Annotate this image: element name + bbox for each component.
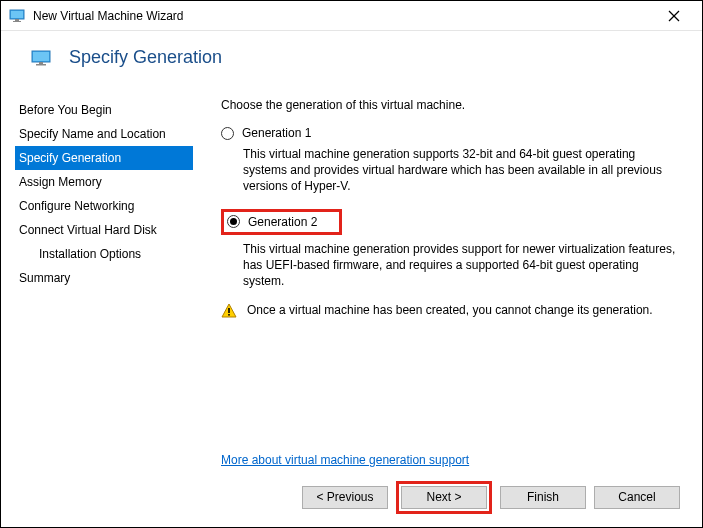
highlight-gen2: Generation 2: [221, 209, 342, 235]
svg-rect-1: [11, 11, 23, 18]
warning-row: Once a virtual machine has been created,…: [221, 303, 678, 319]
close-icon: [668, 10, 680, 22]
sidebar-item-installation-options[interactable]: Installation Options: [15, 242, 193, 266]
header-icon: [31, 50, 51, 66]
content-pane: Choose the generation of this virtual ma…: [193, 88, 688, 477]
sidebar-item-assign-memory[interactable]: Assign Memory: [15, 170, 193, 194]
help-link-area: More about virtual machine generation su…: [221, 453, 469, 467]
radio-generation-2[interactable]: Generation 2: [227, 215, 317, 229]
warning-icon: [221, 303, 237, 319]
svg-rect-2: [15, 19, 19, 21]
cancel-button[interactable]: Cancel: [594, 486, 680, 509]
header: Specify Generation: [1, 31, 702, 88]
warning-text: Once a virtual machine has been created,…: [247, 303, 653, 317]
svg-rect-7: [33, 52, 49, 61]
titlebar: New Virtual Machine Wizard: [1, 1, 702, 31]
close-button[interactable]: [654, 2, 694, 30]
intro-text: Choose the generation of this virtual ma…: [221, 98, 678, 112]
footer: < Previous Next > Finish Cancel: [1, 477, 702, 527]
highlight-next: Next >: [396, 481, 492, 514]
more-about-link[interactable]: More about virtual machine generation su…: [221, 453, 469, 467]
radio-label-gen1: Generation 1: [242, 126, 311, 140]
previous-button[interactable]: < Previous: [302, 486, 388, 509]
sidebar-item-specify-generation[interactable]: Specify Generation: [15, 146, 193, 170]
gen1-description: This virtual machine generation supports…: [243, 146, 678, 195]
page-title: Specify Generation: [69, 47, 222, 68]
next-button[interactable]: Next >: [401, 486, 487, 509]
sidebar-item-connect-vhd[interactable]: Connect Virtual Hard Disk: [15, 218, 193, 242]
sidebar-item-before-you-begin[interactable]: Before You Begin: [15, 98, 193, 122]
app-icon: [9, 8, 25, 24]
svg-rect-12: [228, 314, 230, 316]
wizard-window: New Virtual Machine Wizard Specify Gener…: [0, 0, 703, 528]
radio-label-gen2: Generation 2: [248, 215, 317, 229]
radio-generation-1[interactable]: Generation 1: [221, 126, 678, 140]
sidebar-item-configure-networking[interactable]: Configure Networking: [15, 194, 193, 218]
svg-rect-9: [36, 64, 46, 66]
svg-rect-8: [39, 62, 43, 64]
body: Before You Begin Specify Name and Locati…: [1, 88, 702, 477]
window-title: New Virtual Machine Wizard: [33, 9, 654, 23]
svg-rect-3: [13, 21, 21, 22]
gen2-description: This virtual machine generation provides…: [243, 241, 678, 290]
radio-icon: [221, 127, 234, 140]
sidebar-item-summary[interactable]: Summary: [15, 266, 193, 290]
finish-button[interactable]: Finish: [500, 486, 586, 509]
radio-icon-selected: [227, 215, 240, 228]
sidebar-item-specify-name[interactable]: Specify Name and Location: [15, 122, 193, 146]
sidebar: Before You Begin Specify Name and Locati…: [15, 88, 193, 477]
svg-rect-11: [228, 308, 230, 313]
